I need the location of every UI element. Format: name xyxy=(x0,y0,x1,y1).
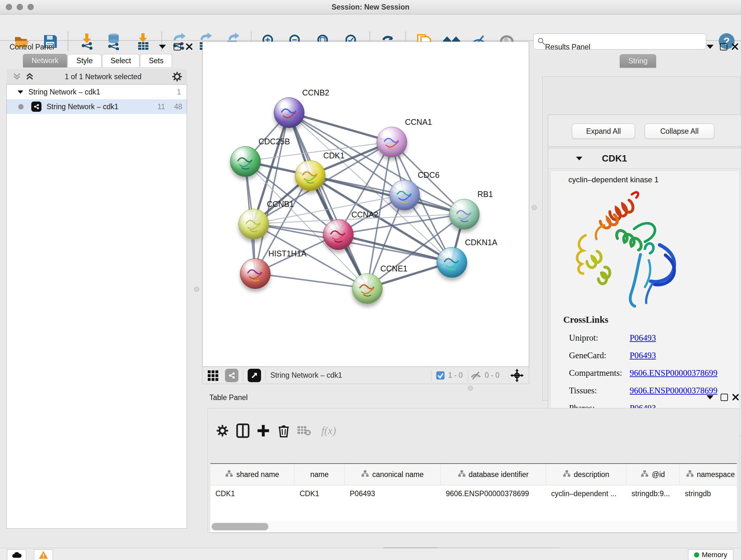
node-rb1[interactable] xyxy=(449,199,480,230)
column-header-description[interactable]: description xyxy=(546,464,626,485)
node-table[interactable]: shared namenamecanonical namedatabase id… xyxy=(210,463,737,521)
tab-select[interactable]: Select xyxy=(102,54,140,67)
table-toolbar: f(x) xyxy=(212,421,343,441)
node-structure-thumbnail xyxy=(453,204,476,227)
collapse-all-button[interactable]: Collapse All xyxy=(645,124,714,139)
panel-close-icon[interactable] xyxy=(186,43,193,50)
table-cell[interactable]: CDK1 xyxy=(294,489,345,498)
bottom-splitter-handle[interactable] xyxy=(468,386,473,391)
pan-crosshair-icon[interactable] xyxy=(510,369,524,382)
column-header-label: name xyxy=(310,470,329,479)
cloud-button[interactable] xyxy=(7,550,26,560)
node-ccna1[interactable] xyxy=(377,127,407,158)
tab-style[interactable]: Style xyxy=(68,54,101,67)
show-columns-icon[interactable] xyxy=(232,421,253,441)
panel-menu-icon[interactable] xyxy=(706,45,714,49)
node-structure-thumbnail xyxy=(327,224,350,247)
memory-label: Memory xyxy=(702,551,727,559)
status-bar: Memory xyxy=(0,548,741,560)
node-ccne1[interactable] xyxy=(352,273,383,304)
node-ccnb1[interactable] xyxy=(239,209,269,240)
network-list: String Network – cdk1 1 String Network –… xyxy=(6,84,187,529)
table-panel-title: Table Panel xyxy=(209,393,248,402)
node-ccnb2[interactable] xyxy=(274,98,305,128)
network-share-view-icon[interactable] xyxy=(225,369,239,382)
panel-float-icon[interactable] xyxy=(721,394,728,401)
table-cell[interactable]: CDK1 xyxy=(210,489,294,498)
grid-view-icon[interactable] xyxy=(207,369,220,382)
hidden-eye-icon[interactable] xyxy=(470,371,482,380)
table-cell[interactable]: cyclin–dependent ... xyxy=(546,489,626,498)
edge-HIST1H1A-CCNE1[interactable] xyxy=(255,273,367,288)
column-header-canonical-name[interactable]: canonical name xyxy=(345,464,441,485)
node-section-name: CDK1 xyxy=(602,153,627,164)
node-cdkn1a[interactable] xyxy=(436,247,467,278)
column-header-label: description xyxy=(574,470,609,479)
cloud-icon xyxy=(11,551,22,558)
network-node-count: 11 xyxy=(158,103,165,111)
node-section-header[interactable]: CDK1 xyxy=(548,148,741,169)
node-section-content: cyclin–dependent kinase 1 xyxy=(550,171,740,424)
birds-eye-view-icon[interactable] xyxy=(248,369,261,382)
table-cell[interactable]: stringdb:9... xyxy=(626,489,680,498)
add-column-icon[interactable] xyxy=(253,421,273,441)
tab-sets[interactable]: Sets xyxy=(140,54,172,67)
delete-table-icon[interactable] xyxy=(294,421,314,441)
table-horizontal-scrollbar[interactable] xyxy=(210,521,737,533)
crosslink-link[interactable]: P06493 xyxy=(630,351,656,361)
node-cdc25b[interactable] xyxy=(230,146,261,177)
network-row-label: String Network – cdk1 xyxy=(47,103,118,111)
section-collapse-icon[interactable] xyxy=(576,157,583,160)
node-hist1h1a[interactable] xyxy=(240,258,271,289)
selected-checkbox-icon[interactable] xyxy=(436,371,445,380)
column-header-database-identifier[interactable]: database identifier xyxy=(441,464,546,485)
collection-expand-icon[interactable] xyxy=(17,90,23,94)
scrollbar-thumb[interactable] xyxy=(212,523,268,530)
left-splitter-handle[interactable] xyxy=(194,287,199,292)
collapse-all-icon[interactable] xyxy=(12,72,22,81)
delete-column-icon[interactable] xyxy=(273,421,294,441)
expand-all-button[interactable]: Expand All xyxy=(572,124,635,139)
node-label-rb1: RB1 xyxy=(477,190,493,199)
table-options-gear-icon[interactable] xyxy=(212,421,232,441)
crosslink-label: Compartments: xyxy=(569,368,630,378)
table-cell[interactable]: stringdb xyxy=(680,489,737,498)
table-cell[interactable]: 9606.ENSP00000378699 xyxy=(441,489,546,498)
node-label-cdc6: CDC6 xyxy=(418,171,440,180)
expand-all-icon[interactable] xyxy=(25,72,35,81)
node-cdc6[interactable] xyxy=(389,180,420,210)
edge-CCNB2-CCNE1[interactable] xyxy=(289,112,367,288)
column-header--id[interactable]: @id xyxy=(626,464,680,485)
network-view-toolbar: String Network – cdk1 1 - 0 0 - 0 xyxy=(202,367,529,384)
panel-close-icon[interactable] xyxy=(732,394,739,401)
panel-menu-icon[interactable] xyxy=(706,395,714,399)
table-row[interactable]: CDK1CDK1P064939606.ENSP00000378699cyclin… xyxy=(210,485,737,502)
options-gear-icon[interactable] xyxy=(172,71,183,82)
node-label-cdk1: CDK1 xyxy=(323,151,345,160)
panel-menu-icon[interactable] xyxy=(159,45,166,49)
panel-float-icon[interactable] xyxy=(174,43,181,51)
right-splitter-handle[interactable] xyxy=(532,205,537,210)
column-header-name[interactable]: name xyxy=(294,464,345,485)
warning-button[interactable] xyxy=(34,550,53,560)
panel-close-icon[interactable] xyxy=(731,43,738,50)
crosslink-link[interactable]: P06493 xyxy=(630,333,656,343)
memory-button[interactable]: Memory xyxy=(688,550,733,560)
crosslink-link[interactable]: 9606.ENSP00000378699 xyxy=(630,368,718,378)
function-builder-icon[interactable]: f(x) xyxy=(314,421,343,441)
panel-float-icon[interactable] xyxy=(720,43,727,51)
collection-count: 1 xyxy=(177,88,181,97)
tab-network[interactable]: Network xyxy=(23,54,67,67)
node-structure-thumbnail xyxy=(441,252,463,275)
column-header-namespace[interactable]: namespace xyxy=(680,464,737,485)
table-cell[interactable]: P06493 xyxy=(345,489,441,498)
tab-string[interactable]: String xyxy=(620,54,656,68)
node-cdk1[interactable] xyxy=(295,160,326,191)
results-panel-title: Results Panel xyxy=(545,43,590,51)
network-collection-row[interactable]: String Network – cdk1 1 xyxy=(7,84,187,99)
network-canvas[interactable]: CCNB2 CCNA1 CDC25B CDK1 CDC6 RB1 xyxy=(202,42,529,367)
node-ccna2[interactable] xyxy=(323,219,354,250)
column-header-shared-name[interactable]: shared name xyxy=(210,464,294,485)
tree-column-icon xyxy=(458,470,469,479)
network-row[interactable]: String Network – cdk1 11 48 xyxy=(7,99,187,114)
